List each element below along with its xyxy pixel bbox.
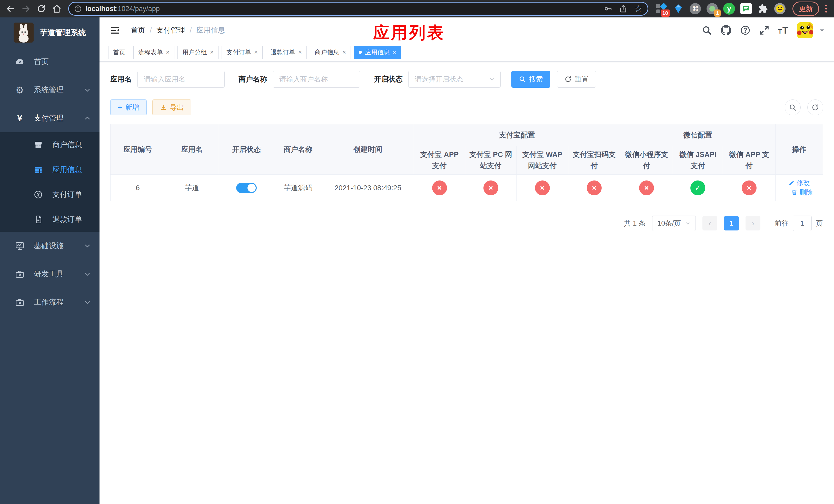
profile-smiley-icon[interactable] <box>774 3 786 15</box>
table-toolbar: + 新增 导出 <box>110 99 823 115</box>
sidebar-item-infrastructure[interactable]: 基础设施 <box>0 232 100 260</box>
sidebar-item-label: 支付管理 <box>34 113 64 123</box>
close-icon[interactable]: × <box>298 49 302 55</box>
extension-command-icon[interactable]: ⌘ <box>689 3 701 15</box>
sidebar-item-dev-tools[interactable]: 研发工具 <box>0 260 100 288</box>
pagination-total: 共 1 条 <box>624 219 645 228</box>
col-header-merchant: 商户名称 <box>274 124 322 175</box>
close-icon[interactable]: × <box>393 49 396 55</box>
site-info-icon[interactable] <box>74 5 82 13</box>
extension-y-logo-icon[interactable]: y <box>723 3 735 15</box>
close-icon[interactable]: × <box>343 49 346 55</box>
goto-page-input[interactable] <box>793 215 812 231</box>
share-icon[interactable] <box>619 4 628 13</box>
sidebar-item-system[interactable]: ⚙ 系统管理 <box>0 76 100 104</box>
show-search-toggle-button[interactable] <box>785 99 801 115</box>
store-icon <box>33 140 44 150</box>
browser-forward-button[interactable] <box>19 2 33 16</box>
main-area: 首页 / 支付管理 / 应用信息 TT <box>100 18 834 504</box>
status-switch[interactable] <box>236 183 257 193</box>
font-size-icon[interactable]: TT <box>778 25 788 36</box>
browser-update-button[interactable]: 更新 <box>792 2 819 16</box>
delete-link[interactable]: 删除 <box>791 188 813 197</box>
extension-grid-diamond-icon[interactable]: 10 <box>656 3 667 15</box>
close-icon[interactable]: × <box>210 49 214 55</box>
search-button[interactable]: 搜索 <box>511 71 550 88</box>
merchant-name-input[interactable] <box>273 71 360 88</box>
reset-button[interactable]: 重置 <box>557 71 596 88</box>
sidebar-item-workflow[interactable]: 工作流程 <box>0 288 100 316</box>
extension-chat-icon[interactable] <box>740 3 752 15</box>
sidebar-item-refund-orders[interactable]: 退款订单 <box>0 207 100 232</box>
browser-back-button[interactable] <box>4 2 18 16</box>
next-page-button[interactable]: › <box>746 216 761 230</box>
sidebar-item-label: 应用信息 <box>52 165 82 175</box>
dashboard-icon <box>14 57 25 67</box>
cell-status <box>219 175 274 201</box>
page-size-select[interactable]: 10条/页 <box>652 215 696 231</box>
close-icon[interactable]: × <box>166 49 170 55</box>
chevron-up-icon <box>84 115 91 121</box>
help-icon[interactable] <box>740 25 750 36</box>
tab-user-group[interactable]: 用户分组× <box>177 46 219 59</box>
tab-home[interactable]: 首页 <box>108 46 130 59</box>
active-tab-dot <box>359 51 362 54</box>
col-header-app-id: 应用编号 <box>111 124 165 175</box>
chevron-down-icon <box>84 87 91 93</box>
cell-alipay-app: × <box>414 175 465 201</box>
avatar-caret-icon[interactable] <box>819 27 825 33</box>
tab-pay-orders[interactable]: 支付订单× <box>222 46 263 59</box>
app-logo-row[interactable]: 芋道管理系统 <box>0 18 100 48</box>
sidebar-collapse-icon[interactable] <box>108 23 122 37</box>
browser-reload-button[interactable] <box>35 2 48 16</box>
user-avatar[interactable] <box>797 22 813 38</box>
add-button[interactable]: + 新增 <box>110 99 147 115</box>
cell-created: 2021-10-23 08:49:25 <box>322 175 414 201</box>
home-icon <box>52 4 61 13</box>
cell-wechat-mini: × <box>620 175 673 201</box>
app-name-input[interactable] <box>137 71 225 88</box>
address-bar[interactable]: localhost:1024/pay/app ☆ <box>68 2 648 16</box>
header-search-icon[interactable] <box>702 25 712 36</box>
bookmark-star-icon[interactable]: ☆ <box>634 4 642 13</box>
extension-gem-icon[interactable] <box>673 3 684 15</box>
url-text: localhost:1024/pay/app <box>85 5 160 13</box>
sidebar-item-home[interactable]: 首页 <box>0 48 100 76</box>
channel-status-icon: × <box>587 181 602 196</box>
refresh-table-button[interactable] <box>807 99 823 115</box>
channel-status-icon: × <box>535 181 550 196</box>
goto-suffix: 页 <box>816 219 823 228</box>
sidebar-item-label: 工作流程 <box>34 297 64 307</box>
sidebar-item-merchant-info[interactable]: 商户信息 <box>0 132 100 157</box>
breadcrumb-home[interactable]: 首页 <box>131 25 145 35</box>
fullscreen-icon[interactable] <box>759 25 769 36</box>
channel-status-icon: × <box>483 181 498 196</box>
status-select[interactable]: 请选择开启状态 <box>408 71 501 88</box>
plus-icon: + <box>118 104 122 111</box>
app-table: 应用编号 应用名 开启状态 商户名称 创建时间 支付宝配置 微信配置 操作 支付… <box>110 124 823 201</box>
extension-green-dot-icon[interactable]: 1 <box>706 3 718 15</box>
sidebar-item-label: 支付订单 <box>52 189 82 200</box>
page-number-1[interactable]: 1 <box>724 216 739 230</box>
col-header-wechat-mini: 微信小程序支付 <box>620 146 673 175</box>
tab-refund-orders[interactable]: 退款订单× <box>266 46 307 59</box>
github-icon[interactable] <box>721 25 731 36</box>
sidebar-item-payment[interactable]: ¥ 支付管理 <box>0 104 100 132</box>
extension-badge: 10 <box>661 9 670 17</box>
prev-page-button[interactable]: ‹ <box>702 216 717 230</box>
pencil-icon <box>788 180 794 186</box>
password-key-icon[interactable] <box>603 4 612 13</box>
tab-process-form[interactable]: 流程表单× <box>133 46 174 59</box>
tab-app-info[interactable]: 应用信息× <box>354 46 401 59</box>
sidebar-item-pay-orders[interactable]: 支付订单 <box>0 182 100 207</box>
browser-home-button[interactable] <box>50 2 64 16</box>
export-button[interactable]: 导出 <box>152 99 191 115</box>
sidebar-item-app-info[interactable]: 应用信息 <box>0 157 100 182</box>
tab-merchant-info[interactable]: 商户信息× <box>310 46 351 59</box>
search-icon <box>519 76 526 83</box>
browser-menu-icon[interactable] <box>822 5 830 13</box>
edit-link[interactable]: 修改 <box>788 178 810 187</box>
extensions-puzzle-icon[interactable] <box>757 3 769 15</box>
breadcrumb-payment[interactable]: 支付管理 <box>156 25 185 35</box>
close-icon[interactable]: × <box>254 49 258 55</box>
